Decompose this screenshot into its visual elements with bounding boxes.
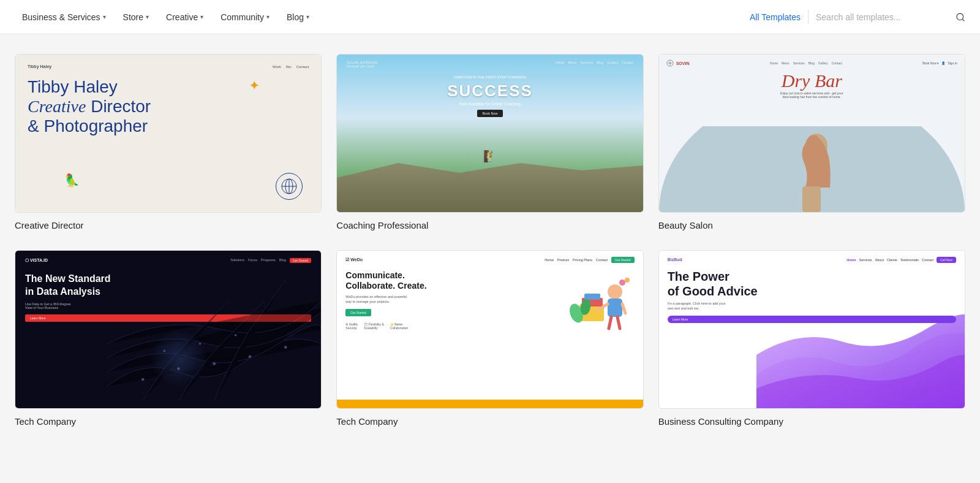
svg-line-26 xyxy=(622,304,625,313)
svg-point-19 xyxy=(235,334,236,336)
nav-right: All Templates xyxy=(750,10,965,25)
svg-point-13 xyxy=(177,367,180,370)
template-thumb-tech-light: ☑ WeDu HomeProductPricing PlansContact G… xyxy=(336,250,643,409)
svg-point-32 xyxy=(625,278,630,283)
creative-director-headline: Tibby HaleyCreative Director& Photograph… xyxy=(28,77,309,137)
svg-rect-24 xyxy=(608,299,622,317)
climber-icon: 🧗 xyxy=(483,150,497,163)
svg-point-16 xyxy=(284,346,287,349)
nav-item-store[interactable]: Store ▾ xyxy=(116,7,156,27)
nav-divider xyxy=(808,10,809,25)
svg-line-28 xyxy=(617,317,620,329)
svg-point-14 xyxy=(213,362,216,365)
nav-item-blog[interactable]: Blog ▾ xyxy=(279,7,317,27)
svg-rect-22 xyxy=(584,294,600,300)
mini-nav2: ALLAN JOHNSONPersonal Life Coach HomeNew… xyxy=(347,61,633,68)
wave-net-graphic xyxy=(107,251,322,408)
success-text: SUCCESS xyxy=(447,82,533,101)
globe-badge xyxy=(276,173,303,200)
dry-bar-title: Dry Bar xyxy=(659,72,965,90)
nav-label-store: Store xyxy=(123,12,143,22)
svg-line-27 xyxy=(609,317,611,329)
template-label-coaching: Coaching Professional xyxy=(336,220,643,230)
all-templates-link[interactable]: All Templates xyxy=(750,12,801,22)
nav-label-blog: Blog xyxy=(287,12,304,22)
svg-line-1 xyxy=(962,19,964,21)
template-card-coaching[interactable]: ALLAN JOHNSONPersonal Life Coach HomeNew… xyxy=(336,54,643,230)
search-icon[interactable] xyxy=(956,12,965,22)
chevron-blog: ▾ xyxy=(306,13,309,20)
learn-more-btn-biz: Learn More xyxy=(668,316,956,323)
chevron-creative: ▾ xyxy=(200,13,203,20)
template-thumb-creative-director: Tibby Haley WorkBioContact Tibby HaleyCr… xyxy=(15,54,322,213)
template-label-creative-director: Creative Director xyxy=(15,220,322,230)
svg-point-12 xyxy=(141,378,145,381)
decorstar: ✦ xyxy=(249,78,260,94)
search-bar xyxy=(816,12,965,22)
nav-label-community: Community xyxy=(221,12,264,22)
template-card-tech-dark[interactable]: ⬡ VISTA.ID SolutionsFocusProgramsBlogGet… xyxy=(15,250,322,427)
navbar: Business & Services ▾ Store ▾ Creative ▾… xyxy=(0,0,980,34)
template-label-bizbud: Business Consulting Company xyxy=(658,416,965,427)
chevron-business: ▾ xyxy=(103,13,106,20)
search-input[interactable] xyxy=(816,12,951,22)
cta-book-now: Book Now xyxy=(477,110,502,117)
template-thumb-coaching: ALLAN JOHNSONPersonal Life Coach HomeNew… xyxy=(336,54,643,213)
template-label-tech-dark: Tech Company xyxy=(15,416,322,427)
svg-point-23 xyxy=(608,284,622,299)
nav-label-business: Business & Services xyxy=(22,12,100,22)
nav-item-business[interactable]: Business & Services ▾ xyxy=(15,7,113,27)
svg-point-11 xyxy=(150,329,207,386)
chevron-store: ▾ xyxy=(146,13,149,20)
template-label-beauty: Beauty Salon xyxy=(658,220,965,230)
nav-label-creative: Creative xyxy=(166,12,198,22)
wedu-illustration xyxy=(567,270,635,344)
svg-point-31 xyxy=(619,280,625,286)
template-card-tech-light[interactable]: ☑ WeDu HomeProductPricing PlansContact G… xyxy=(336,250,643,427)
yellow-bottom-bar xyxy=(337,400,643,408)
nav-item-creative[interactable]: Creative ▾ xyxy=(159,7,211,27)
nav-item-community[interactable]: Community ▾ xyxy=(213,7,277,27)
bizbud-headline: The Powerof Good Advice xyxy=(668,269,826,299)
svg-point-15 xyxy=(248,355,251,358)
mini-nav: Tibby Haley WorkBioContact xyxy=(28,64,309,69)
woman-silhouette xyxy=(787,132,836,212)
chevron-community: ▾ xyxy=(266,13,270,20)
rocks-bg xyxy=(337,163,643,212)
template-card-bizbud[interactable]: BizBud Home ServicesAboutClientsTestimon… xyxy=(658,250,965,427)
template-thumb-beauty: SOVIN HomeMenuServicesBlogGalleryContact… xyxy=(658,54,965,213)
svg-point-18 xyxy=(199,343,201,344)
template-thumb-bizbud: BizBud Home ServicesAboutClientsTestimon… xyxy=(658,250,965,409)
template-card-creative-director[interactable]: Tibby Haley WorkBioContact Tibby HaleyCr… xyxy=(15,54,322,230)
template-thumb-tech-dark: ⬡ VISTA.ID SolutionsFocusProgramsBlogGet… xyxy=(15,250,322,409)
templates-grid: Tibby Haley WorkBioContact Tibby HaleyCr… xyxy=(0,34,980,456)
svg-rect-10 xyxy=(802,186,821,212)
nav-left: Business & Services ▾ Store ▾ Creative ▾… xyxy=(15,7,750,27)
template-card-beauty[interactable]: SOVIN HomeMenuServicesBlogGalleryContact… xyxy=(658,54,965,230)
template-label-tech-light: Tech Company xyxy=(336,416,643,427)
bird-icon: 🦜 xyxy=(64,173,80,188)
svg-point-17 xyxy=(163,350,165,352)
